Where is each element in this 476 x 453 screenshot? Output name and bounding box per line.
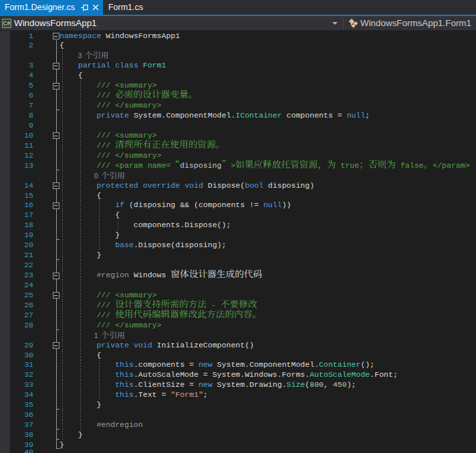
line-number: 9 [0,121,33,131]
line-number: 36 [0,410,33,420]
code-row: 1namespace WindowsFormsApp1 [0,31,476,41]
type-dropdown[interactable]: WindowsFormsApp1.Form1 [348,16,471,30]
codelens-row: 3 个引用 [0,51,476,61]
codelens-references[interactable]: 1 个引用 [94,331,125,341]
code-line: base.Dispose(disposing); [60,241,226,251]
code-line: { [60,41,64,51]
fold-line [56,380,57,390]
fold-collapse-box[interactable] [53,132,60,139]
indent-guide [62,51,63,61]
tab-label: Form1.cs [108,0,143,15]
fold-line [56,171,57,181]
line-number: 7 [0,101,33,111]
code-row: 40 [0,450,476,453]
indent-guide [80,331,81,341]
fold-collapse-box[interactable] [53,273,60,279]
code-line: components.Dispose(); [60,220,231,231]
code-row: 19 } [0,231,476,241]
code-line: if (disposing && (components != null)) [60,200,291,210]
csharp-project-icon: C# [2,19,11,28]
code-line: /// <param name=“disposing”>如果应释放托管资源，为 … [60,161,470,171]
fold-line [56,191,57,201]
line-number: 26 [0,301,33,311]
chevron-down-icon[interactable] [332,22,338,25]
code-editor[interactable]: 1namespace WindowsFormsApp12{3 个引用3 part… [0,31,476,453]
code-line: /// 设计器支持所需的方法 - 不要修改 [60,301,257,311]
code-row: 10 /// <summary> [0,131,476,141]
line-number: 31 [0,360,33,370]
code-row: 17 { [0,210,476,220]
fold-collapse-box[interactable] [53,202,60,209]
codelens-references[interactable]: 0 个引用 [94,172,125,181]
indent-guide [80,171,81,181]
line-number: 10 [0,131,33,141]
fold-line [56,41,57,51]
code-row: 29 private void InitializeComponent() [0,341,476,351]
fold-collapse-box[interactable] [53,63,60,69]
code-line: #endregion [60,420,143,430]
line-number: 24 [0,281,33,291]
fold-line [56,141,57,151]
code-row: 22 [0,261,476,271]
fold-line [56,210,57,220]
indent-guide [62,410,63,420]
fold-line [56,261,57,271]
code-row: 31 this.components = new System.Componen… [0,360,476,370]
code-line: /// <summary> [60,131,157,141]
code-line: /// <summary> [60,291,157,301]
fold-line [56,360,57,370]
code-row: 9 [0,121,476,131]
pin-icon[interactable] [81,3,88,11]
fold-collapse-box[interactable] [53,182,60,189]
code-row: 39} [0,440,476,450]
fold-line [56,351,57,361]
fold-collapse-box[interactable] [53,83,60,90]
code-row: 28 /// </summary> [0,321,476,331]
indent-guide [80,121,81,131]
code-line: /// </summary> [60,101,161,111]
close-icon[interactable] [92,4,99,11]
codelens-references[interactable]: 3 个引用 [78,51,109,61]
line-number: 30 [0,351,33,361]
line-number: 40 [0,448,33,453]
tab-strip: Form1.Designer.cs Form1.cs [0,0,476,15]
line-number: 15 [0,191,33,201]
line-number: 22 [0,261,33,271]
line-number: 6 [0,91,33,101]
code-line: { [60,210,120,220]
code-row: 38 } [0,430,476,440]
class-icon [348,18,358,28]
indent-guide [62,331,63,341]
line-number: 14 [0,181,33,191]
code-row: 23 #region Windows 窗体设计器生成的代码 [0,271,476,281]
navigation-bar: C# WindowsFormsApp1 WindowsFormsApp1.For… [0,16,476,31]
code-row: 7 /// </summary> [0,101,476,111]
code-line: private System.ComponentModel.IContainer… [60,111,370,121]
code-row: 12 /// </summary> [0,151,476,161]
code-line: } [60,231,120,241]
fold-collapse-box[interactable] [53,292,60,299]
code-line: { [60,351,101,361]
code-line: } [60,400,101,410]
line-number: 13 [0,161,33,171]
code-row: 33 this.ClientSize = new System.Drawing.… [0,380,476,390]
line-number: 32 [0,370,33,380]
fold-collapse-box[interactable] [53,342,60,349]
fold-line [56,111,57,121]
fold-line [56,91,57,101]
fold-collapse-box[interactable] [53,33,60,39]
line-number: 34 [0,390,33,400]
indent-guide [80,261,81,271]
fold-line [56,370,57,380]
line-number: 11 [0,141,33,151]
indent-guide [80,281,81,291]
line-number: 5 [0,81,33,91]
project-dropdown[interactable]: C# WindowsFormsApp1 [0,16,97,30]
fold-line [56,301,57,311]
tab-form1-designer[interactable]: Form1.Designer.cs [0,0,103,15]
code-row: 27 /// 使用代码编辑器修改此方法的内容。 [0,311,476,321]
tab-form1[interactable]: Form1.cs [103,0,150,15]
code-row: 2{ [0,41,476,51]
fold-line [56,410,57,420]
fold-line [56,331,57,341]
